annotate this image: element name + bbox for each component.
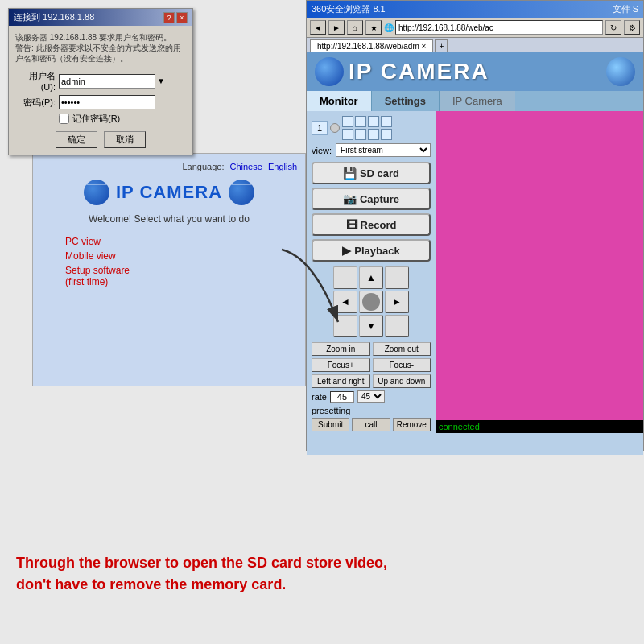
- channel-cell-5[interactable]: [342, 129, 353, 140]
- login-warning: 该服务器 192.168.1.88 要求用户名和密码。 警告: 此服务器要求以不…: [15, 32, 186, 64]
- stream-dropdown[interactable]: First stream: [336, 143, 431, 157]
- address-bar[interactable]: [395, 20, 603, 35]
- rate-input[interactable]: [330, 391, 354, 402]
- welcome-logo: IP CAMERA: [41, 180, 297, 205]
- ptz-down-right[interactable]: [385, 315, 409, 337]
- ptz-up[interactable]: ▲: [359, 266, 383, 289]
- channel-cell-1[interactable]: [342, 116, 353, 127]
- login-dialog-title: 连接到 192.168.1.88 ? ×: [9, 9, 192, 26]
- preset-buttons: Submit call Remove: [312, 418, 431, 431]
- ipcam-globe-left: [315, 57, 344, 86]
- sdcard-icon: 💾: [343, 167, 357, 180]
- browser-menu[interactable]: 文件 S: [613, 3, 638, 15]
- username-dropdown[interactable]: ▼: [157, 76, 165, 85]
- capture-button[interactable]: 📷 Capture: [312, 188, 431, 210]
- connected-badge: connected: [436, 420, 643, 433]
- channel-cell-4[interactable]: [381, 116, 392, 127]
- password-label: 密码(P):: [15, 97, 56, 109]
- capture-label: Capture: [360, 193, 399, 205]
- ptz-center[interactable]: [359, 291, 383, 313]
- tab-ipcamera: IP Camera: [440, 91, 515, 111]
- channel-cell-7[interactable]: [368, 129, 379, 140]
- browser-title: 360安全浏览器 8.1: [312, 3, 386, 15]
- submit-button[interactable]: Submit: [312, 418, 349, 431]
- welcome-links: PC view Mobile view Setup software (firs…: [65, 236, 297, 287]
- welcome-panel: Language: Chinese English IP CAMERA Welc…: [32, 153, 306, 386]
- channel-cell-8[interactable]: [381, 129, 392, 140]
- capture-icon: 📷: [343, 192, 357, 205]
- lock-icon: 🌐: [384, 23, 394, 32]
- english-link[interactable]: English: [268, 162, 297, 171]
- remember-label: 记住密码(R): [72, 113, 120, 125]
- zoom-out-button[interactable]: Zoom out: [373, 342, 431, 356]
- browser-title-bar: 360安全浏览器 8.1 文件 S: [307, 1, 643, 18]
- ok-button[interactable]: 确定: [56, 131, 97, 148]
- active-tab[interactable]: http://192.168.1.88/web/adm ×: [310, 39, 433, 52]
- welcome-lang: Language: Chinese English: [41, 162, 297, 171]
- focus-minus-button[interactable]: Focus-: [373, 358, 431, 372]
- channel-cell-6[interactable]: [355, 129, 366, 140]
- up-down-button[interactable]: Up and down: [373, 374, 431, 388]
- call-button[interactable]: call: [352, 418, 390, 431]
- welcome-globe2-icon: [229, 180, 254, 205]
- browser-nav-bar: ◄ ► ⌂ ★ 🌐 ↻ ⚙: [307, 18, 643, 38]
- welcome-globe-icon: [84, 180, 109, 205]
- forward-button[interactable]: ►: [328, 20, 345, 35]
- home-button[interactable]: ⌂: [347, 20, 363, 35]
- new-tab-button[interactable]: +: [435, 39, 448, 52]
- login-title-text: 连接到 192.168.1.88: [14, 11, 94, 23]
- chinese-link[interactable]: Chinese: [230, 162, 262, 171]
- mobile-view-link[interactable]: Mobile view: [65, 250, 297, 262]
- password-row: 密码(P):: [15, 95, 186, 109]
- left-right-button[interactable]: Left and right: [312, 374, 370, 388]
- ptz-right[interactable]: ►: [385, 291, 409, 313]
- channel-number: 1: [312, 121, 328, 135]
- username-label: 用户名(U):: [15, 70, 56, 92]
- channel-cell-3[interactable]: [368, 116, 379, 127]
- password-input[interactable]: [59, 95, 155, 109]
- login-buttons: 确定 取消: [15, 131, 186, 148]
- channel-grid: [342, 116, 392, 140]
- focus-plus-button[interactable]: Focus+: [312, 358, 370, 372]
- pc-view-link[interactable]: PC view: [65, 236, 297, 247]
- sdcard-button[interactable]: 💾 SD card: [312, 162, 431, 184]
- channel-cell-2[interactable]: [355, 116, 366, 127]
- record-button[interactable]: 🎞 Record: [312, 213, 431, 236]
- sdcard-label: SD card: [360, 167, 399, 180]
- remember-checkbox[interactable]: [59, 114, 69, 124]
- ipcam-title: IP CAMERA: [349, 59, 489, 85]
- ptz-center-dot: [362, 293, 380, 311]
- ptz-up-right[interactable]: [385, 266, 409, 289]
- arrow-annotation: [266, 242, 362, 341]
- lr-ud-row: Left and right Up and down: [312, 374, 431, 388]
- browser-window: 360安全浏览器 8.1 文件 S ◄ ► ⌂ ★ 🌐 ↻ ⚙ http://1…: [306, 0, 644, 451]
- channel-row: 1: [312, 116, 431, 140]
- stream-select-row: view: First stream: [312, 143, 431, 157]
- rate-label: rate: [312, 392, 327, 402]
- back-button[interactable]: ◄: [310, 20, 326, 35]
- focus-row: Focus+ Focus-: [312, 358, 431, 372]
- tab-monitor[interactable]: Monitor: [307, 91, 372, 111]
- preset-label: presetting: [312, 406, 431, 415]
- dialog-close-btn[interactable]: ×: [176, 12, 188, 23]
- dialog-help-btn[interactable]: ?: [163, 12, 175, 23]
- remember-row: 记住密码(R): [59, 113, 186, 125]
- ptz-down[interactable]: ▼: [359, 315, 383, 337]
- tab-settings[interactable]: Settings: [372, 91, 440, 111]
- language-label: Language:: [182, 162, 224, 171]
- rate-dropdown[interactable]: 45: [357, 390, 385, 402]
- ipcam-header: IP CAMERA: [307, 52, 643, 91]
- login-dialog-body: 该服务器 192.168.1.88 要求用户名和密码。 警告: 此服务器要求以不…: [9, 26, 192, 155]
- star-button[interactable]: ★: [365, 20, 382, 35]
- username-input[interactable]: [59, 74, 155, 89]
- tab-bar: http://192.168.1.88/web/adm × +: [307, 38, 643, 52]
- refresh-button[interactable]: ↻: [605, 20, 621, 35]
- ipcam-globe-right: [606, 57, 635, 86]
- zoom-in-button[interactable]: Zoom in: [312, 342, 370, 356]
- zoom-row: Zoom in Zoom out: [312, 342, 431, 356]
- rate-row: rate 45: [312, 390, 431, 402]
- setup-software-link[interactable]: Setup software (first time): [65, 265, 297, 287]
- remove-button[interactable]: Remove: [393, 418, 431, 431]
- settings-button[interactable]: ⚙: [624, 20, 640, 35]
- cancel-button[interactable]: 取消: [104, 131, 146, 148]
